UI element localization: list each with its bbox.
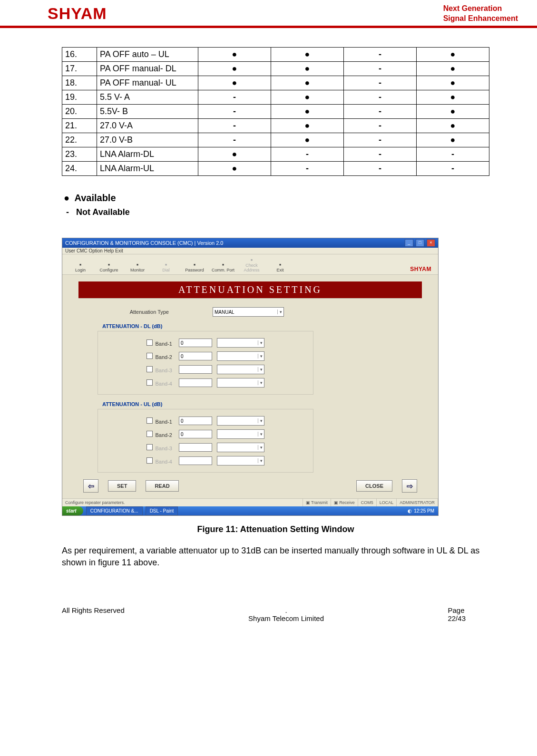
table-row: 21.27.0 V-A-●-● [62, 118, 489, 133]
row-c1: - [198, 133, 271, 147]
att-type-label: Attenuation Type [78, 309, 176, 315]
row-c4: ● [417, 61, 489, 76]
chevron-down-icon: ▾ [258, 458, 263, 463]
status-mode: LOCAL [377, 499, 397, 506]
footer-page-num: 22/43 [448, 614, 466, 622]
att-type-dropdown[interactable]: MANUAL ▾ [213, 307, 284, 317]
window-buttons: _ □ × [404, 239, 435, 247]
set-button[interactable]: SET [108, 480, 136, 492]
band-value-input[interactable] [179, 417, 212, 425]
system-tray[interactable]: ◐ 12:25 PM [404, 507, 438, 515]
row-c2: ● [271, 76, 344, 90]
footer-page-label: Page [448, 606, 464, 614]
band-row: Band-3▾ [101, 443, 310, 452]
figure-caption: Figure 11: Attenuation Setting Window [62, 524, 489, 534]
band-value-input[interactable] [179, 430, 212, 438]
row-c1: - [198, 90, 271, 104]
status-bar: Configure repeater parameters. ▣ Transmi… [62, 498, 438, 506]
band-row: Band-2▾ [101, 351, 310, 361]
status-message: Configure repeater parameters. [62, 499, 303, 506]
toolbar-exit[interactable]: ▪Exit [266, 261, 294, 272]
table-row: 23.LNA Alarm-DL●--- [62, 147, 489, 161]
toolbar-login[interactable]: ▪Login [66, 261, 95, 272]
toolbar-brand: SHYAM [410, 266, 434, 272]
toolbar-password[interactable]: ▪Password [180, 261, 209, 272]
row-num: 20. [62, 104, 97, 118]
row-num: 22. [62, 133, 97, 147]
band-checkbox[interactable] [146, 353, 153, 359]
read-button[interactable]: READ [146, 480, 178, 492]
toolbar-monitor[interactable]: ▪Monitor [123, 261, 152, 272]
row-c3: - [344, 90, 417, 104]
close-dialog-button[interactable]: CLOSE [356, 480, 392, 492]
maximize-button[interactable]: □ [416, 239, 424, 247]
tagline-line2: Signal Enhancement [443, 14, 518, 24]
group-dl-title: ATTENUATION - DL (dB) [102, 323, 422, 329]
row-c4: - [417, 161, 489, 175]
forward-arrow-button[interactable]: ⇨ [402, 479, 417, 493]
band-dropdown[interactable]: ▾ [217, 429, 264, 439]
table-row: 20.5.5V- B-●-● [62, 104, 489, 118]
chevron-down-icon: ▾ [258, 380, 263, 385]
window-titlebar[interactable]: CONFIGURATION & MONITORING CONSOLE (CMC)… [62, 238, 438, 248]
band-checkbox[interactable] [146, 417, 153, 424]
row-c4: - [417, 147, 489, 161]
band-value-input[interactable] [179, 352, 212, 360]
dialog-banner: ATTENUATION SETTING [78, 281, 422, 299]
band-checkbox [146, 366, 153, 372]
band-value-input [179, 378, 212, 387]
band-row: Band-2▾ [101, 429, 310, 439]
row-c2: ● [271, 104, 344, 118]
taskbar-task-2[interactable]: DSL - Paint [146, 506, 178, 515]
alarm-table: 16.PA OFF auto – UL●●-●17.PA OFF manual-… [62, 47, 489, 176]
row-num: 18. [62, 76, 97, 90]
band-checkbox[interactable] [146, 431, 153, 437]
toolbar-check-address: ▪Check Address [237, 256, 266, 272]
band-dropdown[interactable]: ▾ [217, 351, 264, 361]
footer-dot: . [285, 606, 287, 614]
band-row: Band-4▾ [101, 456, 310, 465]
row-c1: ● [198, 147, 271, 161]
minimize-button[interactable]: _ [405, 239, 413, 247]
paragraph: As per requirement, a variable attenuato… [62, 545, 489, 568]
menubar[interactable]: User CMC Option Help Exit [62, 248, 438, 254]
row-c3: - [344, 161, 417, 175]
tray-icon[interactable]: ◐ [408, 508, 412, 514]
band-row: Band-3▾ [101, 365, 310, 374]
band-checkbox[interactable] [146, 339, 153, 346]
toolbar: ▪Login▪Configure▪Monitor▪Dial▪Password▪C… [62, 254, 438, 275]
status-user: ADMINISTRATOR [397, 499, 438, 506]
row-name: 5.5V- B [97, 104, 198, 118]
row-c3: - [344, 147, 417, 161]
legend: ● Available - Not Available [64, 190, 489, 219]
row-c2: ● [271, 90, 344, 104]
band-label: Band-1 [101, 339, 179, 347]
band-dropdown: ▾ [217, 378, 264, 388]
band-row: Band-1▾ [101, 416, 310, 426]
taskbar-task-1[interactable]: CONFIGURATION &... [86, 506, 143, 515]
row-c4: ● [417, 76, 489, 90]
footer-right: Page 22/43 [448, 606, 466, 622]
start-button[interactable]: start [62, 506, 83, 515]
band-checkbox [146, 457, 153, 464]
row-name: LNA Alarm-DL [97, 147, 198, 161]
row-num: 21. [62, 118, 97, 133]
band-dropdown[interactable]: ▾ [217, 416, 264, 426]
page-header: SHYAM Next Generation Signal Enhancement [0, 0, 537, 28]
row-c4: ● [417, 104, 489, 118]
band-value-input[interactable] [179, 339, 212, 347]
row-c3: - [344, 47, 417, 61]
band-value-input [179, 365, 212, 374]
row-c2: ● [271, 118, 344, 133]
band-label: Band-1 [101, 417, 179, 425]
band-dropdown[interactable]: ▾ [217, 338, 264, 348]
row-name: PA OFF auto – UL [97, 47, 198, 61]
back-arrow-button[interactable]: ⇦ [83, 479, 98, 493]
page-footer: All Rights Reserved . Shyam Telecom Limi… [0, 578, 537, 637]
row-c3: - [344, 133, 417, 147]
toolbar-comm-port[interactable]: ▪Comm. Port [209, 261, 237, 272]
legend-available-label: Available [74, 193, 116, 203]
logo: SHYAM [48, 4, 107, 23]
close-button[interactable]: × [427, 239, 435, 247]
toolbar-configure[interactable]: ▪Configure [95, 261, 123, 272]
